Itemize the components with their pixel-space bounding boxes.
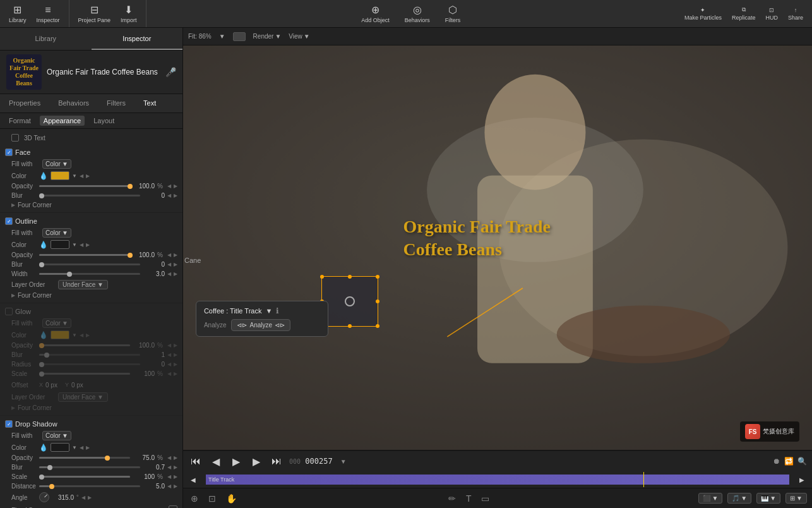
- outline-color-arrow[interactable]: ▼: [72, 242, 77, 248]
- fast-forward-button[interactable]: ⏭: [269, 454, 284, 469]
- hud-button[interactable]: ⊡ HUD: [761, 4, 782, 23]
- rewind-button[interactable]: ⏮: [188, 454, 203, 469]
- face-blur-row: Blur 0 ◀ ▶: [0, 191, 182, 200]
- analyze-button[interactable]: ⊲⊳ Analyze ⊲⊳: [231, 319, 290, 331]
- ctrl-text-btn[interactable]: T: [463, 492, 474, 505]
- ctrl-midi-dropdown[interactable]: 🎹▼: [756, 493, 780, 504]
- timeline-track[interactable]: Title Track: [206, 475, 789, 485]
- drop-shadow-distance-track[interactable]: [39, 485, 140, 487]
- outline-fill-dropdown[interactable]: Color ▼: [42, 228, 71, 238]
- outline-blur-track[interactable]: [39, 263, 140, 265]
- inspector-tab[interactable]: Inspector: [92, 28, 183, 50]
- ctrl-pen-btn[interactable]: ✏: [446, 492, 458, 505]
- face-color-arrow[interactable]: ▼: [72, 173, 77, 179]
- ctrl-select-btn[interactable]: ⊡: [206, 492, 218, 505]
- step-forward-button[interactable]: ▶: [249, 454, 264, 469]
- title-track-popup: Coffee : Title Track ▼ ℹ Analyze ⊲⊳ Anal…: [196, 301, 328, 337]
- outline-eyedropper[interactable]: 💧: [39, 241, 48, 249]
- glow-four-corner-row[interactable]: ▶ Four Corner: [0, 403, 182, 413]
- glow-opacity-track[interactable]: [39, 344, 130, 346]
- glow-color-arrow[interactable]: ▼: [72, 332, 77, 338]
- face-opacity-track[interactable]: [39, 185, 130, 187]
- ctrl-video-dropdown[interactable]: ⬛▼: [698, 493, 722, 504]
- face-eyedropper[interactable]: 💧: [39, 172, 48, 180]
- loop-button[interactable]: 🔁: [784, 457, 794, 466]
- import-button[interactable]: ⬇ Import: [117, 3, 141, 25]
- format-tab-layout[interactable]: Layout: [90, 116, 118, 126]
- fit-dropdown[interactable]: ▼: [219, 33, 225, 40]
- face-checkbox[interactable]: ✓: [5, 148, 13, 156]
- tab-behaviors[interactable]: Behaviors: [49, 94, 98, 112]
- ctrl-hand-btn[interactable]: ✋: [224, 492, 239, 505]
- share-icon: ↑: [794, 7, 797, 13]
- library-tab[interactable]: Library: [0, 28, 92, 50]
- zoom-button[interactable]: 🔍: [797, 457, 807, 466]
- drop-shadow-angle-wheel[interactable]: [39, 492, 49, 502]
- outline-four-corner-row[interactable]: ▶ Four Corner: [0, 291, 182, 300]
- record-button[interactable]: ⏺: [773, 457, 780, 466]
- drop-shadow-color-swatch[interactable]: [51, 443, 69, 452]
- play-button[interactable]: ▶: [229, 454, 244, 469]
- face-fill-dropdown[interactable]: Color ▼: [42, 159, 71, 169]
- drop-shadow-scale-track[interactable]: [39, 476, 130, 478]
- face-color-left[interactable]: ◀: [80, 173, 83, 179]
- step-back-button[interactable]: ◀: [208, 454, 224, 469]
- glow-color-swatch[interactable]: [51, 330, 69, 339]
- outline-width-value: 3.0: [143, 270, 165, 277]
- tab-filters[interactable]: Filters: [98, 94, 134, 112]
- glow-fill-dropdown[interactable]: Color ▼: [42, 318, 71, 328]
- drop-shadow-distance-label: Distance: [11, 483, 37, 490]
- drop-shadow-fill-dropdown[interactable]: Color ▼: [42, 431, 71, 440]
- filters-button[interactable]: ⬡ Filters: [440, 1, 466, 26]
- ctrl-group-dropdown[interactable]: ⊞▼: [785, 493, 807, 504]
- drop-shadow-checkbox[interactable]: ✓: [5, 420, 13, 428]
- project-pane-button[interactable]: ⊟ Project Pane: [75, 3, 115, 25]
- ctrl-audio-dropdown[interactable]: 🎵▼: [727, 493, 751, 504]
- face-color-swatch[interactable]: [51, 171, 69, 180]
- title-track-bar: Title Track: [206, 475, 789, 485]
- view-dropdown[interactable]: View ▼: [289, 33, 309, 40]
- face-four-corner-row[interactable]: ▶ Four Corner: [0, 200, 182, 210]
- ctrl-add-btn[interactable]: ⊕: [188, 492, 201, 505]
- drop-shadow-color-arrow[interactable]: ▼: [72, 445, 77, 451]
- format-tab-format[interactable]: Format: [5, 116, 35, 126]
- library-button[interactable]: ⊞ Library: [5, 3, 30, 25]
- ctrl-shape-btn[interactable]: ▭: [479, 492, 492, 505]
- drop-shadow-opacity-track[interactable]: [39, 457, 130, 459]
- tab-properties[interactable]: Properties: [0, 94, 49, 112]
- format-tab-appearance[interactable]: Appearance: [40, 116, 85, 126]
- drop-shadow-angle-label: Angle: [11, 494, 37, 501]
- behaviors-button[interactable]: ◎ Behaviors: [400, 1, 435, 26]
- outline-color-swatch[interactable]: [51, 240, 69, 249]
- face-blur-track[interactable]: [39, 195, 140, 197]
- annotation-center: [345, 296, 355, 306]
- glow-eyedropper[interactable]: 💧: [39, 331, 48, 339]
- watermark: FS 梵摄创意库: [740, 421, 799, 442]
- analyze-icon: ⊲⊳: [237, 322, 247, 329]
- glow-checkbox[interactable]: [5, 308, 13, 315]
- inspector-button[interactable]: ≡ Inspector: [33, 3, 64, 25]
- replicate-button[interactable]: ⧉ Replicate: [728, 4, 760, 23]
- outline-layer-order-value[interactable]: Under Face ▼: [58, 280, 108, 289]
- drop-shadow-color-label: Color: [11, 444, 37, 451]
- drop-shadow-fixed-source-checkbox[interactable]: [169, 505, 177, 508]
- timeline-right-btn[interactable]: ▶: [794, 472, 809, 487]
- outline-width-track[interactable]: [39, 273, 140, 275]
- 3d-text-checkbox[interactable]: [11, 134, 19, 142]
- outline-checkbox[interactable]: ✓: [5, 217, 13, 225]
- tab-text[interactable]: Text: [134, 94, 165, 112]
- render-dropdown[interactable]: Render ▼: [253, 33, 282, 40]
- fit-color-space[interactable]: [233, 32, 246, 41]
- popup-info-icon[interactable]: ℹ: [276, 306, 279, 315]
- make-particles-button[interactable]: ✦ Make Particles: [681, 4, 725, 23]
- outline-opacity-track[interactable]: [39, 254, 130, 256]
- glow-layer-order-value[interactable]: Under Face ▼: [58, 392, 108, 402]
- glow-color-label: Color: [11, 332, 37, 339]
- share-button[interactable]: ↑ Share: [784, 4, 807, 23]
- face-color-right[interactable]: ▶: [86, 173, 90, 179]
- drop-shadow-blur-track[interactable]: [39, 466, 140, 468]
- add-object-button[interactable]: ⊕ Add Object: [356, 1, 395, 26]
- timeline-left-btn[interactable]: ◀: [186, 472, 201, 487]
- drop-shadow-eyedropper[interactable]: 💧: [39, 444, 48, 452]
- mic-icon[interactable]: 🎤: [165, 67, 176, 77]
